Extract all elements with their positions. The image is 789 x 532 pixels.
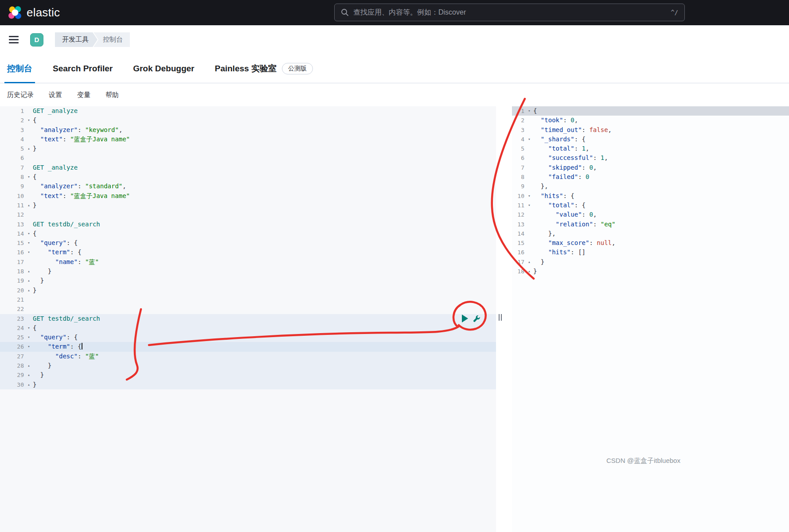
code-line-21[interactable]: 21	[0, 295, 496, 304]
tab-console[interactable]: 控制台	[7, 54, 32, 83]
code-line-15[interactable]: 15▾ "query": {	[0, 238, 496, 248]
fold-spacer	[525, 210, 533, 219]
code-line-9[interactable]: 9 "analyzer": "standard",	[0, 182, 496, 191]
fold-toggle-icon[interactable]: ▾	[525, 106, 533, 116]
code-line-14[interactable]: 14 },	[512, 229, 789, 238]
menu-settings[interactable]: 设置	[49, 91, 62, 99]
fold-toggle-icon[interactable]: ▾	[25, 116, 33, 125]
global-search-input[interactable]: 查找应用、内容等。例如：Discover ^/	[334, 4, 685, 21]
code-line-22[interactable]: 22	[0, 304, 496, 314]
code-line-12[interactable]: 12	[0, 210, 496, 219]
code-line-9[interactable]: 9 },	[512, 182, 789, 191]
code-line-10[interactable]: 10▾ "hits": {	[512, 191, 789, 201]
code-line-16[interactable]: 16 "hits": []	[512, 248, 789, 257]
fold-toggle-icon[interactable]: ▾	[25, 323, 33, 333]
send-request-button[interactable]	[462, 315, 468, 322]
fold-toggle-icon[interactable]: ▾	[525, 191, 533, 201]
fold-toggle-icon[interactable]: ▴	[525, 257, 533, 267]
code-line-18[interactable]: 18▴ }	[0, 267, 496, 276]
fold-toggle-icon[interactable]: ▾	[25, 238, 33, 248]
fold-toggle-icon[interactable]: ▾	[525, 135, 533, 144]
tab-search-profiler[interactable]: Search Profiler	[53, 54, 113, 83]
breadcrumb-dev-tools[interactable]: 开发工具	[55, 32, 98, 47]
code-line-25[interactable]: 25▾ "query": {	[0, 333, 496, 342]
fold-toggle-icon[interactable]: ▴	[25, 201, 33, 210]
code-line-2[interactable]: 2 "took": 0,	[512, 116, 789, 125]
code-text: "hits": []	[533, 248, 789, 257]
code-line-1[interactable]: 1▾{	[512, 106, 789, 116]
fold-toggle-icon[interactable]: ▾	[525, 201, 533, 210]
fold-toggle-icon[interactable]: ▾	[25, 333, 33, 342]
panel-resizer[interactable]	[496, 106, 512, 532]
code-line-26[interactable]: 26▾ "term": {	[0, 342, 496, 351]
code-line-15[interactable]: 15 "max_score": null,	[512, 238, 789, 248]
fold-spacer	[25, 295, 33, 304]
menu-variables[interactable]: 变量	[77, 91, 90, 99]
elastic-logo[interactable]: elastic	[8, 6, 60, 20]
code-line-17[interactable]: 17▴ }	[512, 257, 789, 267]
code-text: GET _analyze	[33, 163, 496, 172]
fold-toggle-icon[interactable]: ▾	[25, 342, 33, 351]
code-line-5[interactable]: 5▴}	[0, 144, 496, 153]
code-line-1[interactable]: 1GET _analyze	[0, 106, 496, 116]
line-number: 1	[0, 106, 25, 116]
code-text: "timed_out": false,	[533, 125, 789, 135]
tab-painless-lab[interactable]: Painless 实验室 公测版	[215, 54, 312, 83]
code-line-11[interactable]: 11▴}	[0, 201, 496, 210]
code-line-5[interactable]: 5 "total": 1,	[512, 144, 789, 153]
menu-icon[interactable]	[9, 36, 19, 43]
fold-toggle-icon[interactable]: ▾	[25, 248, 33, 257]
code-line-11[interactable]: 11▾ "total": {	[512, 201, 789, 210]
code-line-10[interactable]: 10 "text": "蓝盒子Java name"	[0, 191, 496, 201]
menu-history[interactable]: 历史记录	[7, 91, 34, 99]
fold-toggle-icon[interactable]: ▴	[25, 267, 33, 276]
fold-toggle-icon[interactable]: ▾	[25, 229, 33, 238]
code-line-13[interactable]: 13 "relation": "eq"	[512, 220, 789, 229]
code-line-8[interactable]: 8 "failed": 0	[512, 172, 789, 182]
code-text: "term": {	[33, 248, 496, 257]
code-line-7[interactable]: 7 "skipped": 0,	[512, 163, 789, 172]
space-avatar[interactable]: D	[30, 33, 43, 47]
request-editor[interactable]: 1GET _analyze2▾{3 "analyzer": "keyword",…	[0, 106, 496, 532]
fold-toggle-icon[interactable]: ▴	[25, 370, 33, 380]
fold-toggle-icon[interactable]: ▾	[25, 172, 33, 182]
tab-grok-debugger[interactable]: Grok Debugger	[133, 54, 194, 83]
fold-toggle-icon[interactable]: ▴	[525, 267, 533, 276]
code-line-20[interactable]: 20▴}	[0, 286, 496, 295]
code-line-4[interactable]: 4▾ "_shards": {	[512, 135, 789, 144]
code-line-19[interactable]: 19▴ }	[0, 276, 496, 285]
code-line-3[interactable]: 3 "analyzer": "keyword",	[0, 125, 496, 135]
code-line-6[interactable]: 6	[0, 153, 496, 163]
menu-help[interactable]: 帮助	[105, 91, 119, 99]
code-line-16[interactable]: 16▾ "term": {	[0, 248, 496, 257]
code-line-18[interactable]: 18▴}	[512, 267, 789, 276]
code-line-17[interactable]: 17 "name": "蓝"	[0, 257, 496, 267]
code-line-2[interactable]: 2▾{	[0, 116, 496, 125]
fold-toggle-icon[interactable]: ▴	[25, 380, 33, 389]
code-text: "name": "蓝"	[33, 257, 496, 267]
code-line-7[interactable]: 7GET _analyze	[0, 163, 496, 172]
line-number: 27	[0, 352, 25, 361]
code-line-8[interactable]: 8▾{	[0, 172, 496, 182]
code-line-14[interactable]: 14▾{	[0, 229, 496, 238]
fold-spacer	[25, 191, 33, 201]
code-line-24[interactable]: 24▾{	[0, 323, 496, 333]
code-line-29[interactable]: 29▴ }	[0, 370, 496, 380]
response-viewer[interactable]: 1▾{2 "took": 0,3 "timed_out": false,4▾ "…	[512, 106, 789, 532]
code-line-3[interactable]: 3 "timed_out": false,	[512, 125, 789, 135]
code-line-23[interactable]: 23GET testdb/_search	[0, 314, 496, 323]
fold-toggle-icon[interactable]: ▴	[25, 276, 33, 285]
code-line-12[interactable]: 12 "value": 0,	[512, 210, 789, 219]
code-line-13[interactable]: 13GET testdb/_search	[0, 220, 496, 229]
breadcrumb-console[interactable]: 控制台	[94, 32, 130, 47]
fold-toggle-icon[interactable]: ▴	[25, 144, 33, 153]
code-line-30[interactable]: 30▴}	[0, 380, 496, 389]
fold-toggle-icon[interactable]: ▴	[25, 286, 33, 295]
wrench-icon[interactable]	[473, 315, 480, 322]
code-line-4[interactable]: 4 "text": "蓝盒子Java name"	[0, 135, 496, 144]
fold-toggle-icon[interactable]: ▴	[25, 361, 33, 370]
line-number: 13	[0, 220, 25, 229]
code-line-27[interactable]: 27 "desc": "蓝"	[0, 352, 496, 361]
code-line-6[interactable]: 6 "successful": 1,	[512, 153, 789, 163]
code-line-28[interactable]: 28▴ }	[0, 361, 496, 370]
